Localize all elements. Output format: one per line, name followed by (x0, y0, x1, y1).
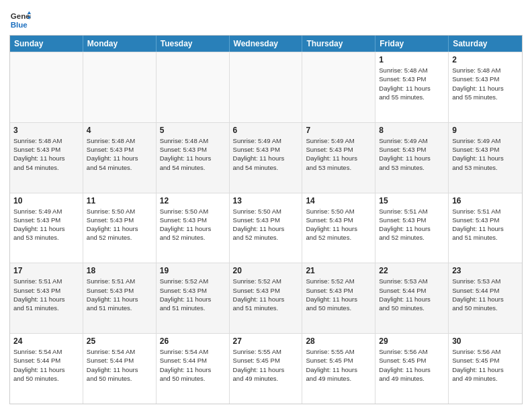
day-cell: 20Sunrise: 5:52 AM Sunset: 5:43 PM Dayli… (230, 263, 303, 333)
day-info: Sunrise: 5:49 AM Sunset: 5:43 PM Dayligh… (452, 136, 519, 172)
day-info: Sunrise: 5:52 AM Sunset: 5:43 PM Dayligh… (160, 277, 226, 312)
day-info: Sunrise: 5:52 AM Sunset: 5:43 PM Dayligh… (306, 277, 371, 312)
day-info: Sunrise: 5:54 AM Sunset: 5:44 PM Dayligh… (13, 347, 79, 383)
day-info: Sunrise: 5:55 AM Sunset: 5:45 PM Dayligh… (306, 347, 371, 383)
calendar-row: 24Sunrise: 5:54 AM Sunset: 5:44 PM Dayli… (10, 333, 522, 404)
day-cell: 15Sunrise: 5:51 AM Sunset: 5:43 PM Dayli… (375, 193, 449, 263)
day-cell: 22Sunrise: 5:53 AM Sunset: 5:44 PM Dayli… (375, 263, 449, 333)
day-number: 14 (306, 196, 371, 205)
day-cell: 13Sunrise: 5:50 AM Sunset: 5:43 PM Dayli… (230, 193, 303, 263)
day-info: Sunrise: 5:50 AM Sunset: 5:43 PM Dayligh… (306, 207, 371, 242)
logo-icon: General Blue (9, 9, 31, 31)
day-cell: 6Sunrise: 5:49 AM Sunset: 5:43 PM Daylig… (230, 123, 303, 193)
day-cell: 10Sunrise: 5:49 AM Sunset: 5:43 PM Dayli… (10, 193, 83, 263)
weekday-header: Wednesday (230, 36, 303, 52)
calendar-row: 10Sunrise: 5:49 AM Sunset: 5:43 PM Dayli… (10, 193, 522, 263)
day-info: Sunrise: 5:56 AM Sunset: 5:45 PM Dayligh… (452, 347, 519, 383)
day-cell: 30Sunrise: 5:56 AM Sunset: 5:45 PM Dayli… (449, 334, 522, 404)
day-info: Sunrise: 5:54 AM Sunset: 5:44 PM Dayligh… (87, 347, 152, 383)
day-info: Sunrise: 5:48 AM Sunset: 5:43 PM Dayligh… (160, 136, 226, 172)
day-number: 22 (379, 266, 445, 275)
day-cell: 27Sunrise: 5:55 AM Sunset: 5:45 PM Dayli… (230, 334, 303, 404)
empty-cell (302, 52, 375, 122)
day-number: 18 (87, 266, 152, 275)
calendar-body: 1Sunrise: 5:48 AM Sunset: 5:43 PM Daylig… (10, 52, 522, 404)
calendar-header: SundayMondayTuesdayWednesdayThursdayFrid… (10, 36, 522, 52)
day-number: 24 (13, 336, 79, 346)
empty-cell (10, 52, 83, 122)
day-cell: 3Sunrise: 5:48 AM Sunset: 5:43 PM Daylig… (10, 123, 83, 193)
day-number: 29 (379, 336, 445, 346)
logo: General Blue (9, 9, 32, 31)
weekday-header: Friday (375, 36, 449, 52)
calendar: SundayMondayTuesdayWednesdayThursdayFrid… (9, 35, 523, 404)
day-number: 4 (87, 126, 152, 135)
day-cell: 24Sunrise: 5:54 AM Sunset: 5:44 PM Dayli… (10, 334, 83, 404)
day-cell: 26Sunrise: 5:54 AM Sunset: 5:44 PM Dayli… (157, 334, 230, 404)
day-info: Sunrise: 5:48 AM Sunset: 5:43 PM Dayligh… (379, 66, 445, 101)
day-cell: 11Sunrise: 5:50 AM Sunset: 5:43 PM Dayli… (83, 193, 157, 263)
header: General Blue (9, 7, 523, 31)
day-number: 28 (306, 336, 371, 346)
day-number: 26 (160, 336, 226, 346)
day-cell: 19Sunrise: 5:52 AM Sunset: 5:43 PM Dayli… (157, 263, 230, 333)
day-info: Sunrise: 5:48 AM Sunset: 5:43 PM Dayligh… (13, 136, 79, 172)
day-info: Sunrise: 5:55 AM Sunset: 5:45 PM Dayligh… (233, 347, 299, 383)
day-number: 17 (13, 266, 79, 275)
day-cell: 7Sunrise: 5:49 AM Sunset: 5:43 PM Daylig… (302, 123, 375, 193)
calendar-row: 17Sunrise: 5:51 AM Sunset: 5:43 PM Dayli… (10, 263, 522, 333)
day-cell: 14Sunrise: 5:50 AM Sunset: 5:43 PM Dayli… (302, 193, 375, 263)
day-number: 7 (306, 126, 371, 135)
day-cell: 28Sunrise: 5:55 AM Sunset: 5:45 PM Dayli… (302, 334, 375, 404)
page: General Blue SundayMondayTuesdayWednesda… (0, 0, 532, 411)
day-number: 19 (160, 266, 226, 275)
empty-cell (83, 52, 157, 122)
day-number: 16 (452, 196, 519, 205)
day-info: Sunrise: 5:50 AM Sunset: 5:43 PM Dayligh… (87, 207, 152, 242)
day-number: 25 (87, 336, 152, 346)
calendar-row: 1Sunrise: 5:48 AM Sunset: 5:43 PM Daylig… (10, 52, 522, 122)
day-number: 13 (233, 196, 299, 205)
day-cell: 2Sunrise: 5:48 AM Sunset: 5:43 PM Daylig… (449, 52, 522, 122)
day-cell: 8Sunrise: 5:49 AM Sunset: 5:43 PM Daylig… (375, 123, 449, 193)
calendar-row: 3Sunrise: 5:48 AM Sunset: 5:43 PM Daylig… (10, 122, 522, 193)
day-number: 23 (452, 266, 519, 275)
day-info: Sunrise: 5:51 AM Sunset: 5:43 PM Dayligh… (452, 207, 519, 242)
day-info: Sunrise: 5:52 AM Sunset: 5:43 PM Dayligh… (233, 277, 299, 312)
day-info: Sunrise: 5:53 AM Sunset: 5:44 PM Dayligh… (379, 277, 445, 312)
day-cell: 29Sunrise: 5:56 AM Sunset: 5:45 PM Dayli… (375, 334, 449, 404)
day-cell: 4Sunrise: 5:48 AM Sunset: 5:43 PM Daylig… (83, 123, 157, 193)
svg-text:Blue: Blue (11, 21, 28, 29)
day-cell: 23Sunrise: 5:53 AM Sunset: 5:44 PM Dayli… (449, 263, 522, 333)
day-number: 1 (379, 55, 445, 64)
day-number: 8 (379, 126, 445, 135)
weekday-header: Sunday (10, 36, 83, 52)
day-info: Sunrise: 5:54 AM Sunset: 5:44 PM Dayligh… (160, 347, 226, 383)
day-cell: 18Sunrise: 5:51 AM Sunset: 5:43 PM Dayli… (83, 263, 157, 333)
day-cell: 12Sunrise: 5:50 AM Sunset: 5:43 PM Dayli… (157, 193, 230, 263)
day-cell: 16Sunrise: 5:51 AM Sunset: 5:43 PM Dayli… (449, 193, 522, 263)
day-number: 9 (452, 126, 519, 135)
day-info: Sunrise: 5:56 AM Sunset: 5:45 PM Dayligh… (379, 347, 445, 383)
day-info: Sunrise: 5:49 AM Sunset: 5:43 PM Dayligh… (379, 136, 445, 172)
day-info: Sunrise: 5:51 AM Sunset: 5:43 PM Dayligh… (87, 277, 152, 312)
day-number: 5 (160, 126, 226, 135)
day-number: 20 (233, 266, 299, 275)
day-number: 15 (379, 196, 445, 205)
day-number: 27 (233, 336, 299, 346)
weekday-header: Tuesday (157, 36, 230, 52)
day-number: 6 (233, 126, 299, 135)
day-info: Sunrise: 5:48 AM Sunset: 5:43 PM Dayligh… (87, 136, 152, 172)
day-info: Sunrise: 5:51 AM Sunset: 5:43 PM Dayligh… (379, 207, 445, 242)
day-cell: 21Sunrise: 5:52 AM Sunset: 5:43 PM Dayli… (302, 263, 375, 333)
empty-cell (157, 52, 230, 122)
weekday-header: Monday (83, 36, 157, 52)
day-info: Sunrise: 5:49 AM Sunset: 5:43 PM Dayligh… (306, 136, 371, 172)
day-cell: 1Sunrise: 5:48 AM Sunset: 5:43 PM Daylig… (375, 52, 449, 122)
day-number: 10 (13, 196, 79, 205)
day-info: Sunrise: 5:50 AM Sunset: 5:43 PM Dayligh… (160, 207, 226, 242)
day-number: 3 (13, 126, 79, 135)
weekday-header: Saturday (449, 36, 522, 52)
day-cell: 5Sunrise: 5:48 AM Sunset: 5:43 PM Daylig… (157, 123, 230, 193)
day-number: 11 (87, 196, 152, 205)
